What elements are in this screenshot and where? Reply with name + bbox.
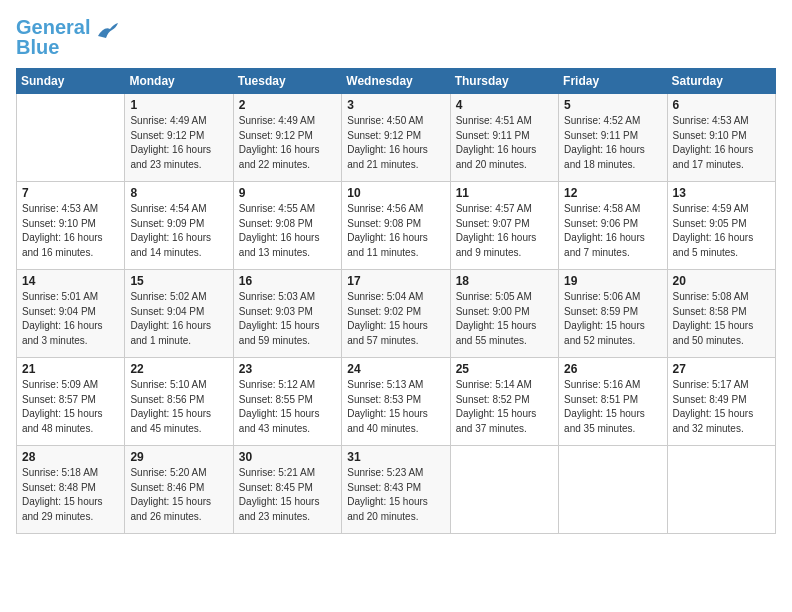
day-cell: 11Sunrise: 4:57 AM Sunset: 9:07 PM Dayli… bbox=[450, 182, 558, 270]
day-number: 5 bbox=[564, 98, 661, 112]
day-number: 23 bbox=[239, 362, 336, 376]
day-number: 16 bbox=[239, 274, 336, 288]
day-info: Sunrise: 5:05 AM Sunset: 9:00 PM Dayligh… bbox=[456, 290, 553, 348]
day-cell: 3Sunrise: 4:50 AM Sunset: 9:12 PM Daylig… bbox=[342, 94, 450, 182]
header-row: SundayMondayTuesdayWednesdayThursdayFrid… bbox=[17, 69, 776, 94]
week-row-5: 28Sunrise: 5:18 AM Sunset: 8:48 PM Dayli… bbox=[17, 446, 776, 534]
day-info: Sunrise: 5:23 AM Sunset: 8:43 PM Dayligh… bbox=[347, 466, 444, 524]
day-number: 26 bbox=[564, 362, 661, 376]
day-number: 6 bbox=[673, 98, 770, 112]
logo-blue: Blue bbox=[16, 36, 59, 58]
day-number: 7 bbox=[22, 186, 119, 200]
col-header-tuesday: Tuesday bbox=[233, 69, 341, 94]
day-number: 13 bbox=[673, 186, 770, 200]
day-cell: 2Sunrise: 4:49 AM Sunset: 9:12 PM Daylig… bbox=[233, 94, 341, 182]
day-info: Sunrise: 5:04 AM Sunset: 9:02 PM Dayligh… bbox=[347, 290, 444, 348]
col-header-sunday: Sunday bbox=[17, 69, 125, 94]
logo-line2: Blue bbox=[16, 36, 90, 58]
day-info: Sunrise: 4:57 AM Sunset: 9:07 PM Dayligh… bbox=[456, 202, 553, 260]
day-number: 14 bbox=[22, 274, 119, 288]
day-cell: 15Sunrise: 5:02 AM Sunset: 9:04 PM Dayli… bbox=[125, 270, 233, 358]
day-info: Sunrise: 5:20 AM Sunset: 8:46 PM Dayligh… bbox=[130, 466, 227, 524]
day-number: 10 bbox=[347, 186, 444, 200]
day-info: Sunrise: 5:18 AM Sunset: 8:48 PM Dayligh… bbox=[22, 466, 119, 524]
day-cell: 23Sunrise: 5:12 AM Sunset: 8:55 PM Dayli… bbox=[233, 358, 341, 446]
day-info: Sunrise: 5:09 AM Sunset: 8:57 PM Dayligh… bbox=[22, 378, 119, 436]
day-cell: 8Sunrise: 4:54 AM Sunset: 9:09 PM Daylig… bbox=[125, 182, 233, 270]
day-number: 2 bbox=[239, 98, 336, 112]
day-cell: 13Sunrise: 4:59 AM Sunset: 9:05 PM Dayli… bbox=[667, 182, 775, 270]
day-number: 8 bbox=[130, 186, 227, 200]
day-info: Sunrise: 5:02 AM Sunset: 9:04 PM Dayligh… bbox=[130, 290, 227, 348]
day-cell: 1Sunrise: 4:49 AM Sunset: 9:12 PM Daylig… bbox=[125, 94, 233, 182]
day-info: Sunrise: 5:01 AM Sunset: 9:04 PM Dayligh… bbox=[22, 290, 119, 348]
day-cell: 31Sunrise: 5:23 AM Sunset: 8:43 PM Dayli… bbox=[342, 446, 450, 534]
day-number: 9 bbox=[239, 186, 336, 200]
day-number: 31 bbox=[347, 450, 444, 464]
day-number: 30 bbox=[239, 450, 336, 464]
day-cell: 9Sunrise: 4:55 AM Sunset: 9:08 PM Daylig… bbox=[233, 182, 341, 270]
day-number: 20 bbox=[673, 274, 770, 288]
col-header-wednesday: Wednesday bbox=[342, 69, 450, 94]
day-cell: 28Sunrise: 5:18 AM Sunset: 8:48 PM Dayli… bbox=[17, 446, 125, 534]
day-cell: 10Sunrise: 4:56 AM Sunset: 9:08 PM Dayli… bbox=[342, 182, 450, 270]
week-row-2: 7Sunrise: 4:53 AM Sunset: 9:10 PM Daylig… bbox=[17, 182, 776, 270]
logo-general: General bbox=[16, 16, 90, 38]
day-info: Sunrise: 5:08 AM Sunset: 8:58 PM Dayligh… bbox=[673, 290, 770, 348]
day-cell: 18Sunrise: 5:05 AM Sunset: 9:00 PM Dayli… bbox=[450, 270, 558, 358]
day-info: Sunrise: 4:51 AM Sunset: 9:11 PM Dayligh… bbox=[456, 114, 553, 172]
day-cell: 16Sunrise: 5:03 AM Sunset: 9:03 PM Dayli… bbox=[233, 270, 341, 358]
day-info: Sunrise: 4:58 AM Sunset: 9:06 PM Dayligh… bbox=[564, 202, 661, 260]
day-cell: 4Sunrise: 4:51 AM Sunset: 9:11 PM Daylig… bbox=[450, 94, 558, 182]
col-header-saturday: Saturday bbox=[667, 69, 775, 94]
day-number: 18 bbox=[456, 274, 553, 288]
day-info: Sunrise: 5:13 AM Sunset: 8:53 PM Dayligh… bbox=[347, 378, 444, 436]
day-cell: 27Sunrise: 5:17 AM Sunset: 8:49 PM Dayli… bbox=[667, 358, 775, 446]
logo: General Blue bbox=[16, 16, 118, 58]
day-info: Sunrise: 4:54 AM Sunset: 9:09 PM Dayligh… bbox=[130, 202, 227, 260]
day-info: Sunrise: 4:55 AM Sunset: 9:08 PM Dayligh… bbox=[239, 202, 336, 260]
day-number: 22 bbox=[130, 362, 227, 376]
day-cell: 25Sunrise: 5:14 AM Sunset: 8:52 PM Dayli… bbox=[450, 358, 558, 446]
logo-bird-icon bbox=[96, 22, 118, 40]
calendar-table: SundayMondayTuesdayWednesdayThursdayFrid… bbox=[16, 68, 776, 534]
day-info: Sunrise: 4:53 AM Sunset: 9:10 PM Dayligh… bbox=[673, 114, 770, 172]
day-info: Sunrise: 5:12 AM Sunset: 8:55 PM Dayligh… bbox=[239, 378, 336, 436]
day-info: Sunrise: 5:06 AM Sunset: 8:59 PM Dayligh… bbox=[564, 290, 661, 348]
day-info: Sunrise: 5:10 AM Sunset: 8:56 PM Dayligh… bbox=[130, 378, 227, 436]
day-number: 4 bbox=[456, 98, 553, 112]
day-info: Sunrise: 5:17 AM Sunset: 8:49 PM Dayligh… bbox=[673, 378, 770, 436]
day-cell bbox=[17, 94, 125, 182]
day-info: Sunrise: 4:53 AM Sunset: 9:10 PM Dayligh… bbox=[22, 202, 119, 260]
day-number: 1 bbox=[130, 98, 227, 112]
day-number: 28 bbox=[22, 450, 119, 464]
day-cell: 6Sunrise: 4:53 AM Sunset: 9:10 PM Daylig… bbox=[667, 94, 775, 182]
day-cell: 12Sunrise: 4:58 AM Sunset: 9:06 PM Dayli… bbox=[559, 182, 667, 270]
col-header-monday: Monday bbox=[125, 69, 233, 94]
day-cell: 26Sunrise: 5:16 AM Sunset: 8:51 PM Dayli… bbox=[559, 358, 667, 446]
day-info: Sunrise: 4:49 AM Sunset: 9:12 PM Dayligh… bbox=[239, 114, 336, 172]
day-cell: 20Sunrise: 5:08 AM Sunset: 8:58 PM Dayli… bbox=[667, 270, 775, 358]
day-number: 15 bbox=[130, 274, 227, 288]
logo-line1: General bbox=[16, 16, 90, 38]
day-cell: 7Sunrise: 4:53 AM Sunset: 9:10 PM Daylig… bbox=[17, 182, 125, 270]
day-number: 17 bbox=[347, 274, 444, 288]
day-cell: 17Sunrise: 5:04 AM Sunset: 9:02 PM Dayli… bbox=[342, 270, 450, 358]
day-cell bbox=[667, 446, 775, 534]
day-number: 25 bbox=[456, 362, 553, 376]
day-number: 24 bbox=[347, 362, 444, 376]
day-cell: 14Sunrise: 5:01 AM Sunset: 9:04 PM Dayli… bbox=[17, 270, 125, 358]
col-header-thursday: Thursday bbox=[450, 69, 558, 94]
day-number: 11 bbox=[456, 186, 553, 200]
page-header: General Blue bbox=[16, 16, 776, 58]
week-row-3: 14Sunrise: 5:01 AM Sunset: 9:04 PM Dayli… bbox=[17, 270, 776, 358]
week-row-4: 21Sunrise: 5:09 AM Sunset: 8:57 PM Dayli… bbox=[17, 358, 776, 446]
day-number: 19 bbox=[564, 274, 661, 288]
day-number: 12 bbox=[564, 186, 661, 200]
day-cell: 19Sunrise: 5:06 AM Sunset: 8:59 PM Dayli… bbox=[559, 270, 667, 358]
day-cell: 21Sunrise: 5:09 AM Sunset: 8:57 PM Dayli… bbox=[17, 358, 125, 446]
day-info: Sunrise: 4:49 AM Sunset: 9:12 PM Dayligh… bbox=[130, 114, 227, 172]
day-info: Sunrise: 5:16 AM Sunset: 8:51 PM Dayligh… bbox=[564, 378, 661, 436]
day-info: Sunrise: 4:56 AM Sunset: 9:08 PM Dayligh… bbox=[347, 202, 444, 260]
day-cell: 30Sunrise: 5:21 AM Sunset: 8:45 PM Dayli… bbox=[233, 446, 341, 534]
